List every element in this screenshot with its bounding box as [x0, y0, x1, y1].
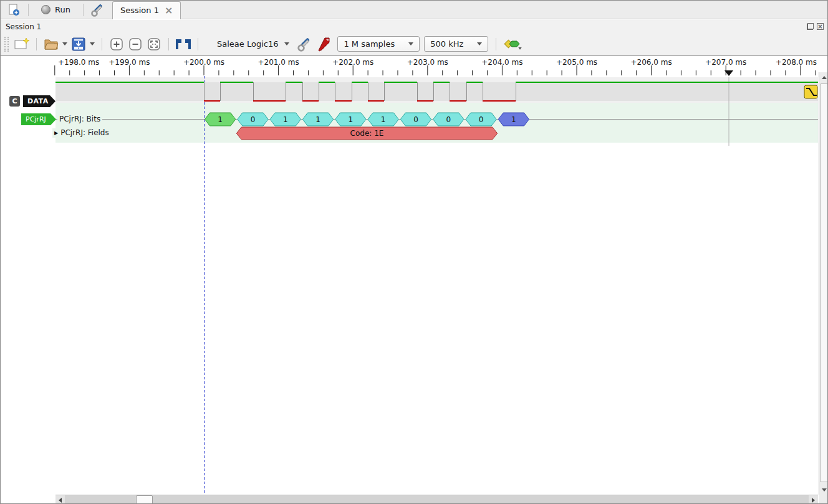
run-label: Run: [55, 5, 70, 14]
timeline-ruler[interactable]: +198.0 ms+199.0 ms+200.0 ms+201.0 ms+202…: [55, 58, 817, 75]
svg-text:Code: 1E: Code: 1E: [350, 129, 384, 138]
trace-canvas[interactable]: +198.0 ms+199.0 ms+200.0 ms+201.0 ms+202…: [1, 55, 828, 495]
separator: [28, 4, 29, 16]
zoom-out-button[interactable]: [126, 36, 145, 53]
svg-text:1: 1: [283, 115, 288, 124]
svg-text:1: 1: [218, 115, 223, 124]
chevron-down-icon: [408, 42, 413, 45]
expand-row-icon[interactable]: ▶: [54, 128, 58, 138]
settings-wrench-icon: [90, 2, 105, 17]
ruler-tick-label: +203.0 ms: [407, 58, 448, 67]
device-selector[interactable]: Saleae Logic16: [217, 39, 289, 49]
chevron-down-icon: [284, 42, 289, 45]
run-button[interactable]: Run: [34, 2, 78, 18]
ruler-tick-label: +204.0 ms: [481, 58, 522, 67]
scroll-right-arrow[interactable]: [809, 495, 818, 504]
tab-label: Session 1: [120, 6, 159, 15]
zoom-fit-icon: [147, 37, 161, 52]
horizontal-scrollbar[interactable]: [55, 495, 818, 504]
ruler-tick-label: +199.0 ms: [108, 58, 150, 67]
configure-channels-button[interactable]: [314, 36, 333, 53]
sample-rate-value: 500 kHz: [430, 39, 463, 49]
sample-count-value: 1 M samples: [344, 39, 395, 49]
new-view-button[interactable]: [12, 36, 31, 53]
svg-text:1: 1: [315, 115, 320, 124]
decoder-row-fields: ▶ PCjrRJ: Fields: [52, 128, 111, 138]
falling-edge-trigger-icon[interactable]: [804, 85, 817, 98]
ruler-tick-label: +202.0 ms: [332, 58, 373, 67]
svg-text:1: 1: [349, 115, 354, 124]
sample-count-select[interactable]: 1 M samples: [337, 36, 420, 52]
svg-text:0: 0: [413, 115, 418, 124]
session-toolbar: Saleae Logic16 1 M samples 500 kHz: [1, 33, 827, 55]
ruler-tick-label: +201.0 ms: [258, 58, 299, 67]
open-file-dropdown[interactable]: [60, 36, 69, 53]
separator: [168, 38, 169, 50]
dock-title: Session 1: [6, 22, 41, 31]
ruler-tick-label: +208.0 ms: [776, 58, 817, 67]
vertical-scrollbar-thumb[interactable]: [820, 83, 828, 482]
open-file-button[interactable]: [42, 36, 60, 53]
channel-label-flag[interactable]: DATA: [23, 95, 55, 107]
device-name: Saleae Logic16: [217, 39, 278, 49]
decoder-row-fields-label: PCjrRJ: Fields: [60, 128, 109, 138]
separator: [496, 38, 496, 50]
decoder-row-bits-label: PCjrRJ: Bits: [57, 115, 102, 124]
ruler-tick-label: +200.0 ms: [183, 58, 224, 67]
tab-session-1[interactable]: Session 1 ×: [112, 1, 181, 19]
zoom-fit-button[interactable]: [145, 36, 163, 53]
scroll-up-arrow[interactable]: [819, 72, 828, 82]
scroll-left-arrow[interactable]: [55, 495, 65, 504]
svg-text:0: 0: [251, 115, 256, 124]
configure-device-icon: [297, 36, 313, 52]
configure-channels-icon: [316, 36, 331, 52]
toolbar-drag-handle[interactable]: [4, 37, 9, 52]
settings-button[interactable]: [89, 2, 107, 18]
vertical-scrollbar[interactable]: [819, 72, 828, 495]
save-file-button[interactable]: [69, 36, 88, 53]
main-tab-bar: Run Session 1 ×: [1, 1, 827, 19]
save-file-dropdown[interactable]: [88, 36, 97, 53]
zoom-out-icon: [128, 37, 143, 52]
show-cursors-icon: [175, 37, 192, 51]
chevron-down-icon: [477, 42, 482, 45]
ruler-tick-label: +206.0 ms: [631, 58, 672, 67]
ruler-tick-label: +205.0 ms: [556, 58, 597, 67]
scrollbar-corner: [819, 495, 828, 504]
close-dock-icon[interactable]: ×: [817, 23, 824, 30]
separator: [102, 38, 102, 50]
close-tab-icon[interactable]: ×: [165, 7, 173, 14]
dock-title-bar: Session 1 ×: [1, 20, 827, 33]
show-cursors-button[interactable]: [174, 36, 193, 53]
trace-view[interactable]: +198.0 ms+199.0 ms+200.0 ms+201.0 ms+202…: [1, 55, 828, 504]
open-file-icon: [44, 37, 59, 51]
field-annotations: Code: 1E: [236, 127, 497, 140]
add-decoder-button[interactable]: [501, 36, 524, 53]
decoder-label-flag[interactable]: PCjrRJ: [21, 113, 56, 125]
zoom-in-icon: [109, 37, 124, 52]
horizontal-scrollbar-thumb[interactable]: [136, 495, 153, 504]
separator: [83, 4, 84, 16]
configure-device-button[interactable]: [296, 36, 314, 53]
save-file-icon: [71, 37, 86, 52]
separator: [36, 38, 37, 50]
zoom-in-button[interactable]: [107, 36, 126, 53]
svg-text:1: 1: [381, 115, 386, 124]
svg-text:1: 1: [511, 115, 516, 124]
add-decoder-icon: [503, 37, 522, 52]
channel-class-icon: C: [9, 96, 20, 107]
separator: [198, 38, 198, 50]
ruler-tick-label: +198.0 ms: [58, 58, 99, 67]
new-view-icon: [14, 37, 30, 51]
new-session-button[interactable]: [4, 2, 23, 18]
ruler-tick-label: +207.0 ms: [705, 58, 746, 67]
scroll-down-arrow[interactable]: [819, 485, 828, 495]
new-session-icon: [7, 3, 21, 17]
run-state-icon: [41, 5, 51, 14]
pulseview-window: Run Session 1 × Session 1 ×: [0, 0, 828, 504]
svg-text:0: 0: [446, 115, 451, 124]
svg-text:0: 0: [479, 115, 484, 124]
float-dock-icon[interactable]: [807, 23, 814, 30]
sample-rate-select[interactable]: 500 kHz: [424, 36, 488, 52]
